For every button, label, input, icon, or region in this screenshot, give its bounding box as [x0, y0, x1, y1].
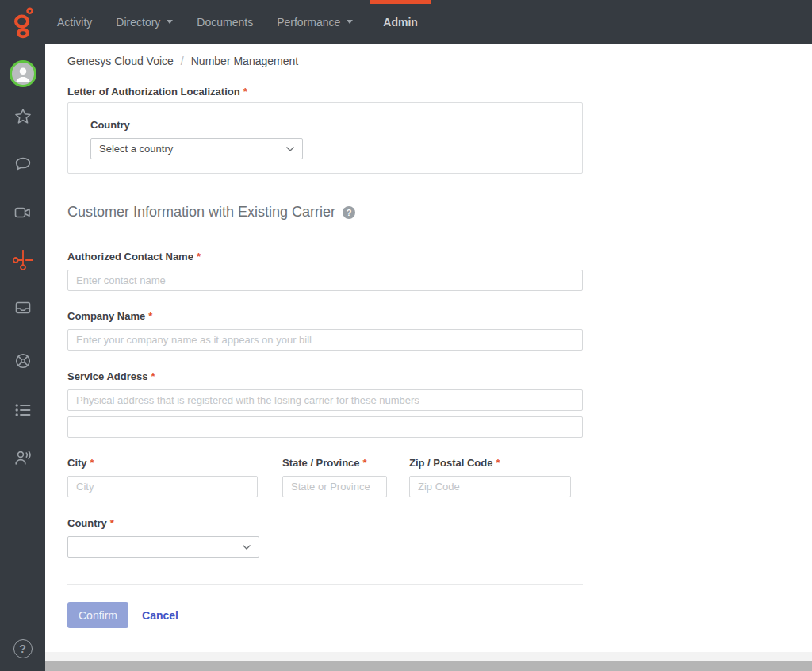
- city-label: City*: [67, 457, 258, 470]
- help-glyph: ?: [13, 639, 33, 658]
- service-address-line1-input[interactable]: [67, 389, 583, 411]
- nav-label: Documents: [197, 16, 253, 29]
- required-asterisk: *: [110, 517, 114, 529]
- nav-label: Activity: [57, 16, 92, 29]
- confirm-button[interactable]: Confirm: [67, 602, 128, 628]
- nav-item-admin[interactable]: Admin: [370, 0, 431, 44]
- nav-item-documents[interactable]: Documents: [185, 0, 265, 44]
- person-speaking-icon[interactable]: [13, 448, 33, 467]
- required-asterisk: *: [151, 370, 155, 382]
- country-select[interactable]: [67, 536, 259, 558]
- active-tab-indicator: [370, 0, 431, 4]
- service-address-line2-input[interactable]: [67, 416, 583, 438]
- city-state-zip-row: City* State / Province* Zip / Postal Cod…: [67, 457, 812, 497]
- nav-item-performance[interactable]: Performance: [265, 0, 365, 44]
- breadcrumb-separator: /: [181, 55, 184, 67]
- help-tooltip-icon[interactable]: ?: [343, 206, 355, 219]
- helm-wheel-icon[interactable]: [13, 351, 33, 370]
- nav-item-activity[interactable]: Activity: [45, 0, 104, 44]
- genesys-logo[interactable]: [0, 0, 45, 44]
- contact-name-input[interactable]: [67, 270, 583, 291]
- nav-label: Admin: [383, 16, 418, 29]
- company-name-input[interactable]: [67, 329, 583, 351]
- profile-avatar[interactable]: [10, 60, 36, 87]
- section-divider: [67, 228, 583, 228]
- chat-bubble-icon[interactable]: [13, 155, 33, 174]
- required-asterisk: *: [243, 86, 247, 98]
- company-name-label: Company Name*: [67, 310, 812, 323]
- loa-country-select-value: Select a country: [99, 143, 173, 155]
- zip-postal-code-input[interactable]: [409, 476, 571, 497]
- nav-label: Performance: [277, 16, 340, 29]
- actions-divider: [67, 584, 583, 585]
- chevron-down-icon: [285, 146, 295, 152]
- breadcrumb-current: Number Management: [191, 55, 298, 67]
- nav-item-directory[interactable]: Directory: [104, 0, 185, 44]
- required-asterisk: *: [496, 457, 500, 469]
- cancel-link[interactable]: Cancel: [142, 609, 178, 622]
- port-order-form: Letter of Authorization Localization* Co…: [45, 86, 812, 628]
- loa-country-select[interactable]: Select a country: [90, 138, 303, 159]
- star-icon[interactable]: [13, 107, 33, 126]
- loa-country-label: Country: [90, 119, 582, 132]
- genesys-logo-icon: [10, 5, 36, 40]
- city-input[interactable]: [67, 476, 258, 497]
- chevron-down-icon: [167, 20, 173, 24]
- nav-label: Directory: [116, 16, 160, 29]
- scissors-icon[interactable]: [13, 250, 33, 270]
- loa-localization-label: Letter of Authorization Localization*: [67, 86, 812, 98]
- left-sidebar: ?: [0, 44, 45, 671]
- horizontal-scrollbar[interactable]: [45, 661, 812, 671]
- bulleted-list-icon[interactable]: [13, 401, 33, 420]
- contact-name-label: Authorized Contact Name*: [67, 251, 812, 263]
- required-asterisk: *: [197, 251, 201, 263]
- state-province-input[interactable]: [282, 476, 387, 497]
- country-label: Country*: [67, 517, 812, 530]
- chevron-down-icon: [347, 20, 353, 24]
- service-address-label: Service Address*: [67, 370, 812, 383]
- top-nav-bar: Activity Directory Documents Performance…: [0, 0, 812, 44]
- required-asterisk: *: [363, 457, 367, 469]
- state-province-label: State / Province*: [282, 457, 387, 470]
- carrier-section-title: Customer Information with Existing Carri…: [67, 204, 812, 220]
- chevron-down-icon: [242, 544, 251, 550]
- breadcrumb-parent-link[interactable]: Genesys Cloud Voice: [67, 55, 174, 67]
- video-camera-icon[interactable]: [13, 203, 33, 222]
- help-icon[interactable]: ?: [13, 639, 33, 658]
- breadcrumb: Genesys Cloud Voice / Number Management: [45, 44, 812, 79]
- loa-localization-box: Country Select a country: [67, 102, 583, 174]
- required-asterisk: *: [148, 310, 152, 322]
- main-content: Genesys Cloud Voice / Number Management …: [45, 44, 812, 671]
- zip-postal-code-label: Zip / Postal Code*: [409, 457, 571, 470]
- inbox-tray-icon[interactable]: [13, 298, 33, 317]
- required-asterisk: *: [90, 457, 94, 469]
- person-icon: [12, 63, 34, 85]
- scrollbar-track: [45, 652, 812, 661]
- form-actions: Confirm Cancel: [67, 602, 812, 628]
